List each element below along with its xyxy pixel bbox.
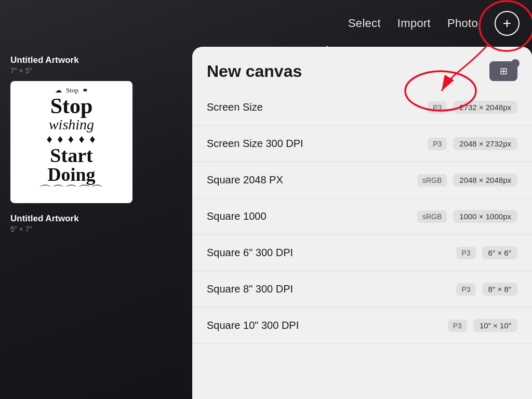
artwork1-thumbnail[interactable]: ☁Stop🌧 Stop wishing ♦ ♦ ♦ ♦ ♦ Start Doin…: [10, 81, 132, 203]
artwork-doing-text: Doing: [47, 165, 95, 184]
canvas-item-badge: P3: [456, 283, 475, 296]
canvas-list-item[interactable]: Screen Size 300 DPIP32048 × 2732px: [192, 126, 532, 162]
photo-button[interactable]: Photo: [447, 17, 478, 30]
canvas-item-badge: P3: [428, 138, 447, 150]
top-bar: Select Import Photo +: [0, 0, 532, 47]
panel-header: New canvas ⊞: [192, 47, 532, 89]
canvas-item-dims: 6″ × 6″: [482, 246, 517, 259]
canvas-item-badge: P3: [448, 320, 467, 332]
artwork1-subtitle: 7" × 5": [10, 66, 187, 75]
artwork-cloud-line: ☁Stop🌧: [55, 87, 88, 94]
canvas-item-badge: sRGB: [417, 210, 447, 223]
canvas-item-badge: sRGB: [417, 174, 447, 187]
canvas-item-badge: P3: [428, 101, 447, 114]
canvas-list-item[interactable]: Square 6" 300 DPIP36″ × 6″: [192, 235, 532, 271]
import-button[interactable]: Import: [397, 17, 431, 30]
artwork-arches: ⌒⌒⌒⌒⌒: [39, 184, 104, 197]
canvas-item-name: Screen Size 300 DPI: [207, 138, 428, 150]
panel-caret: [319, 46, 336, 55]
add-button[interactable]: +: [495, 11, 520, 36]
plus-icon: +: [503, 15, 511, 32]
canvas-item-dims: 2048 × 2732px: [453, 137, 517, 150]
canvas-list-item[interactable]: Screen SizeP32732 × 2048px: [192, 89, 532, 126]
artwork1-content: ☁Stop🌧 Stop wishing ♦ ♦ ♦ ♦ ♦ Start Doin…: [10, 81, 132, 203]
canvas-item-name: Square 6" 300 DPI: [207, 247, 456, 259]
canvas-list-item[interactable]: Square 2048 PXsRGB2048 × 2048px: [192, 162, 532, 198]
canvas-list-item[interactable]: Square 1000sRGB1000 × 1000px: [192, 198, 532, 235]
stack-icon: ⊞: [500, 65, 508, 77]
canvas-item-name: Square 8" 300 DPI: [207, 283, 456, 295]
panel-title: New canvas: [207, 62, 302, 81]
artwork-start-text: Start: [50, 145, 92, 165]
canvas-item-name: Square 2048 PX: [207, 174, 417, 186]
canvas-list-item[interactable]: Square 8" 300 DPIP38″ × 8″: [192, 271, 532, 308]
panel-icon-button[interactable]: ⊞: [489, 61, 517, 81]
artwork-wishing-text: wishing: [49, 117, 94, 133]
canvas-item-name: Square 1000: [207, 210, 417, 222]
canvas-list: Screen SizeP32732 × 2048pxScreen Size 30…: [192, 89, 532, 390]
canvas-item-dims: 1000 × 1000px: [453, 210, 517, 223]
canvas-list-item[interactable]: Square 10" 300 DPIP310″ × 10″: [192, 308, 532, 344]
select-button[interactable]: Select: [348, 17, 381, 30]
canvas-item-dims: 8″ × 8″: [482, 283, 517, 296]
canvas-item-dims: 10″ × 10″: [473, 319, 517, 332]
canvas-item-name: Screen Size: [207, 101, 428, 113]
canvas-item-badge: P3: [456, 247, 475, 259]
canvas-item-name: Square 10" 300 DPI: [207, 320, 448, 331]
canvas-item-dims: 2048 × 2048px: [453, 174, 517, 187]
sidebar: Untitled Artwork 7" × 5" ☁Stop🌧 Stop wis…: [0, 47, 197, 399]
artwork2-title: Untitled Artwork: [10, 214, 187, 224]
artwork1-title: Untitled Artwork: [10, 55, 187, 65]
canvas-item-dims: 2732 × 2048px: [453, 101, 517, 114]
artwork2-subtitle: 5" × 7": [10, 225, 187, 233]
artwork-stop-text: Stop: [50, 95, 93, 117]
new-canvas-panel: New canvas ⊞ Screen SizeP32732 × 2048pxS…: [192, 47, 532, 399]
artwork-drops: ♦ ♦ ♦ ♦ ♦: [46, 133, 96, 145]
